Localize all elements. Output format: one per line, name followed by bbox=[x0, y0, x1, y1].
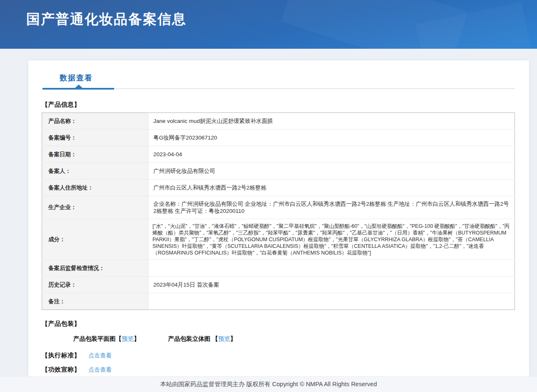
table-row: 历史记录： 2023年04月15日 首次备案 bbox=[42, 277, 515, 293]
page-footer: 本站由国家药品监督管理局主办 版权所有 Copyright © NMPA All… bbox=[0, 376, 537, 392]
section-packaging: 【产品包装】 bbox=[42, 320, 515, 328]
bracket: 】 bbox=[134, 335, 140, 342]
row-value: Jane volcanic mud妍泥火山泥舒缓紧致补水面膜 bbox=[148, 113, 515, 130]
table-row: 备案人： 广州润研化妆品有限公司 bbox=[42, 163, 515, 180]
row-label: 生产企业： bbox=[42, 196, 148, 219]
row-label: 备案后监督检查情况： bbox=[42, 260, 148, 277]
table-row: 备案编号： 粤G妆网备字2023067120 bbox=[42, 130, 515, 146]
table-row: 备注： bbox=[42, 293, 515, 310]
row-value: 企业名称：广州润研化妆品有限公司 企业地址：广州市白云区人和镇秀水塘西一路2号2… bbox=[148, 196, 515, 219]
tab-bar: 数据查看 bbox=[42, 73, 515, 90]
active-tab-caret-icon bbox=[75, 85, 83, 88]
tab-data-view[interactable]: 数据查看 bbox=[60, 73, 93, 83]
packaging-stereo-preview-link[interactable]: 预览 bbox=[218, 335, 230, 342]
table-row: 备案日期： 2023-04-04 bbox=[42, 146, 515, 163]
section-product-info: 【产品信息】 bbox=[42, 101, 515, 109]
table-row: 成分： ["水"，"火山泥"，"甘油"，"液体石蜡"，"鲸蜡硬脂醇"，"聚二甲基… bbox=[42, 219, 515, 260]
efficacy-view-link[interactable]: 点击查看 bbox=[88, 366, 112, 373]
row-label: 备案人： bbox=[42, 163, 148, 180]
row-label: 备案人住所地址： bbox=[42, 180, 148, 196]
packaging-flat-label: 产品包装平面图 bbox=[73, 335, 116, 342]
row-value: 粤G妆网备字2023067120 bbox=[148, 130, 515, 146]
page-title: 国产普通化妆品备案信息 bbox=[26, 10, 187, 29]
packaging-flat-preview-link[interactable]: 预览 bbox=[122, 335, 134, 342]
row-label: 产品名称： bbox=[42, 113, 148, 130]
row-label: 历史记录： bbox=[42, 277, 148, 293]
section-standard: 【执行标准】 bbox=[42, 352, 80, 359]
table-row: 备案人住所地址： 广州市白云区人和镇秀水塘西一路2号2栋整栋 bbox=[42, 180, 515, 196]
row-value-ingredients: ["水"，"火山泥"，"甘油"，"液体石蜡"，"鲸蜡硬脂醇"，"聚二甲基硅氧烷"… bbox=[148, 219, 515, 260]
table-row: 产品名称： Jane volcanic mud妍泥火山泥舒缓紧致补水面膜 bbox=[42, 113, 515, 130]
bracket: 【 bbox=[116, 335, 122, 342]
packaging-stereo-label: 产品包装立体图 bbox=[168, 335, 211, 342]
row-label: 备注： bbox=[42, 293, 148, 310]
bracket: 】 bbox=[230, 335, 237, 342]
row-value: 2023-04-04 bbox=[148, 146, 515, 163]
standard-view-link[interactable]: 点击查看 bbox=[88, 352, 112, 359]
content-card: 数据查看 【产品信息】 产品名称： Jane volcanic mud妍泥火山泥… bbox=[28, 60, 529, 376]
row-label: 备案日期： bbox=[42, 146, 148, 163]
table-row: 生产企业： 企业名称：广州润研化妆品有限公司 企业地址：广州市白云区人和镇秀水塘… bbox=[42, 196, 515, 219]
row-value: 广州润研化妆品有限公司 bbox=[148, 163, 515, 180]
row-value bbox=[148, 293, 515, 310]
row-value bbox=[148, 260, 515, 277]
bracket: 【 bbox=[212, 335, 218, 342]
row-label: 成分： bbox=[42, 219, 148, 260]
row-label: 备案编号： bbox=[42, 130, 148, 146]
row-value: 广州市白云区人和镇秀水塘西一路2号2栋整栋 bbox=[148, 180, 515, 196]
table-row: 备案后监督检查情况： bbox=[42, 260, 515, 277]
copyright-text: 本站由国家药品监督管理局主办 版权所有 Copyright © NMPA All… bbox=[160, 381, 377, 387]
page-header: 国产普通化妆品备案信息 bbox=[0, 0, 537, 49]
product-info-table: 产品名称： Jane volcanic mud妍泥火山泥舒缓紧致补水面膜 备案编… bbox=[42, 112, 515, 310]
row-value: 2023年04月15日 首次备案 bbox=[148, 277, 515, 293]
section-efficacy: 【功效宣称】 bbox=[42, 366, 80, 373]
